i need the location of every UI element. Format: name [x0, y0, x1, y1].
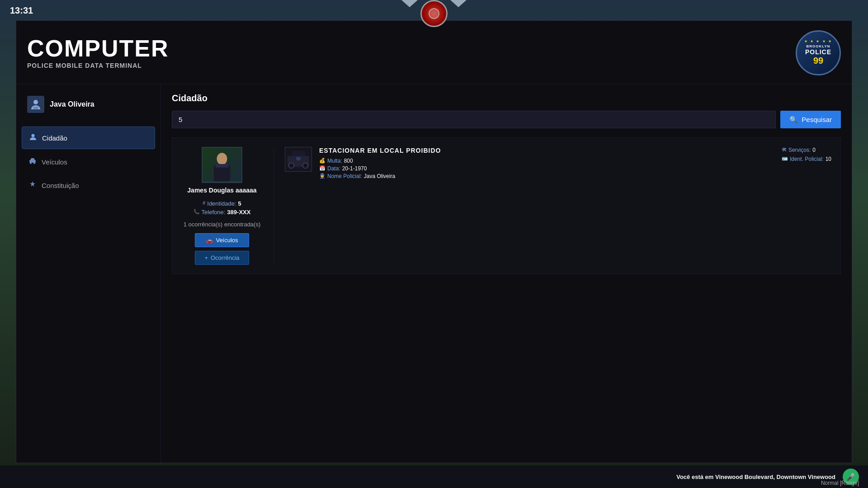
occurrence-section: ESTACIONAR EM LOCAL PROIBIDO 💰 Multa: 80…: [285, 147, 831, 265]
person-photo: [202, 147, 242, 183]
svg-rect-1: [33, 107, 38, 108]
badge-brooklyn: BROOKLYN: [806, 44, 830, 48]
location-text: Você está em Vinewood Boulevard, Downtow…: [676, 474, 835, 480]
vehicles-button[interactable]: 🚗 Veículos: [195, 233, 249, 247]
svg-point-0: [33, 100, 38, 104]
sidebar: Java Oliveira Cidadão: [16, 84, 161, 463]
search-input[interactable]: [172, 111, 776, 128]
occurrence-date: 📅 Data: 20-1-1970: [319, 165, 774, 172]
occurrence-officer: 👮 Nome Policial: Java Oliveira: [319, 173, 774, 179]
sidebar-constituicao-label: Constituição: [42, 182, 79, 189]
status-range: Normal [Range]: [821, 480, 859, 486]
sidebar-cidadao-label: Cidadão: [42, 134, 67, 142]
occurrence-details: ESTACIONAR EM LOCAL PROIBIDO 💰 Multa: 80…: [319, 147, 774, 181]
services-icon: 🛠: [782, 147, 787, 153]
result-card: James Douglas aaaaaa # Identidade: 5 📞 T…: [172, 137, 841, 274]
occurrence-extra: 🛠 Serviços: 0 🪪 Ident. Policial: 10: [782, 147, 831, 164]
location-name: Vinewood Boulevard, Downtown Vinewood: [715, 474, 835, 480]
time-display: 13:31: [10, 5, 33, 16]
person-section: James Douglas aaaaaa # Identidade: 5 📞 T…: [181, 147, 263, 265]
person-phone: 📞 Telefone: 389-XXX: [193, 209, 251, 216]
occurrence-button[interactable]: + Ocorrência: [195, 251, 249, 265]
svg-rect-2: [33, 108, 38, 109]
terminal-title-block: COMPUTER POLICE MOBILE DATA TERMINAL: [27, 37, 169, 69]
svg-rect-4: [29, 160, 36, 163]
svg-point-9: [217, 153, 227, 165]
svg-point-15: [303, 163, 308, 169]
card-divider: [274, 147, 274, 265]
badge-police-text: POLICE: [805, 48, 831, 56]
occurrence-photo: [285, 147, 312, 172]
svg-rect-11: [216, 164, 229, 168]
svg-point-5: [30, 162, 32, 164]
occurrence-ident: 🪪 Ident. Policial: 10: [782, 156, 831, 162]
plus-icon: +: [204, 254, 208, 261]
sidebar-veiculos-label: Veículos: [42, 158, 67, 166]
car-icon: 🚗: [206, 237, 213, 244]
svg-point-6: [33, 162, 35, 164]
constituicao-icon: [29, 181, 36, 190]
person-name: James Douglas aaaaaa: [187, 187, 256, 194]
occurrence-title: ESTACIONAR EM LOCAL PROIBIDO: [319, 147, 774, 154]
occurrence-fine: 💰 Multa: 800: [319, 158, 774, 164]
badge-outer: ★ ★ ★ ★ ★ BROOKLYN POLICE 99: [796, 30, 841, 75]
terminal-title-main: COMPUTER: [27, 37, 169, 60]
hash-icon: #: [203, 200, 205, 207]
main-content: Cidadão 🔍 Pesquisar: [161, 84, 852, 463]
phone-icon: 📞: [193, 209, 200, 216]
badge-number: 99: [813, 56, 823, 66]
sidebar-item-cidadao[interactable]: Cidadão: [22, 127, 155, 149]
ident-icon: 🪪: [782, 156, 788, 162]
police-badge-logo: ★ ★ ★ ★ ★ BROOKLYN POLICE 99: [796, 30, 841, 75]
sidebar-item-constituicao[interactable]: Constituição: [22, 174, 155, 196]
sidebar-item-veiculos[interactable]: Veículos: [22, 151, 155, 173]
top-badge: [420, 0, 448, 27]
svg-point-14: [289, 163, 294, 169]
fine-icon: 💰: [319, 158, 326, 164]
terminal-title-sub: POLICE MOBILE DATA TERMINAL: [27, 62, 169, 69]
user-avatar-icon: [27, 96, 44, 113]
terminal-header: COMPUTER POLICE MOBILE DATA TERMINAL ★ ★…: [16, 21, 852, 84]
bottom-bar: Você está em Vinewood Boulevard, Downtow…: [0, 465, 868, 488]
top-center-decoration: [401, 0, 467, 27]
occurrence-services: 🛠 Serviços: 0: [782, 147, 831, 153]
officer-icon: 👮: [319, 173, 326, 179]
search-icon: 🔍: [789, 116, 798, 124]
svg-rect-16: [296, 157, 301, 160]
svg-point-3: [32, 134, 35, 137]
cidadao-icon: [29, 133, 37, 142]
action-buttons: 🚗 Veículos + Ocorrência: [195, 233, 249, 265]
user-info: Java Oliveira: [22, 91, 155, 117]
user-name: Java Oliveira: [50, 100, 94, 108]
person-identity: # Identidade: 5: [203, 200, 241, 207]
search-bar: 🔍 Pesquisar: [172, 111, 841, 128]
badge-stars: ★ ★ ★ ★ ★: [804, 39, 832, 43]
terminal-body: Java Oliveira Cidadão: [16, 84, 852, 463]
occurrence-count: 1 ocorrência(s) encontrada(s): [184, 221, 261, 228]
calendar-icon: 📅: [319, 165, 326, 172]
section-title: Cidadão: [172, 93, 841, 103]
terminal-window: COMPUTER POLICE MOBILE DATA TERMINAL ★ ★…: [16, 20, 852, 463]
search-button[interactable]: 🔍 Pesquisar: [780, 111, 841, 128]
veiculos-icon: [29, 157, 36, 166]
